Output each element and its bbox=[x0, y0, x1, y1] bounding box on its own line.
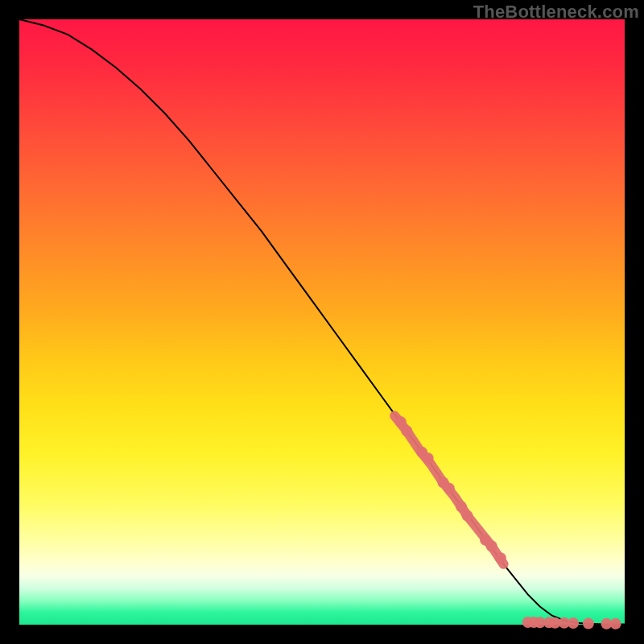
curve-line bbox=[19, 19, 625, 625]
svg-point-5 bbox=[444, 483, 455, 494]
svg-point-10 bbox=[495, 552, 506, 564]
svg-point-7 bbox=[461, 510, 473, 522]
svg-point-20 bbox=[610, 618, 621, 630]
svg-point-3 bbox=[423, 452, 434, 464]
chart-frame bbox=[19, 19, 625, 625]
baseline-points bbox=[522, 617, 621, 630]
svg-point-17 bbox=[568, 617, 579, 629]
chart-overlay bbox=[19, 19, 625, 625]
svg-point-9 bbox=[486, 540, 497, 551]
svg-point-18 bbox=[583, 618, 594, 630]
svg-point-1 bbox=[401, 425, 412, 436]
